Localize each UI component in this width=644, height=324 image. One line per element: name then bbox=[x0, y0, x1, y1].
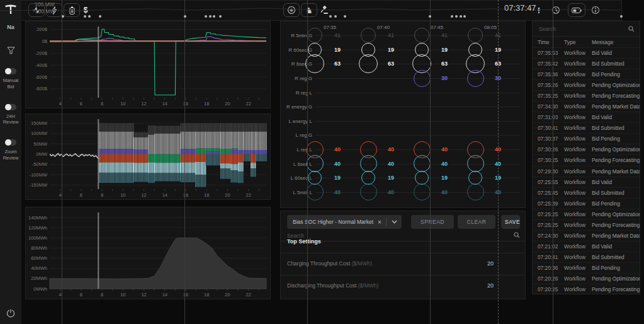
timeline-event-dot[interactable] bbox=[205, 15, 207, 18]
zoom-review-switch[interactable] bbox=[5, 139, 16, 146]
bid-cell-value: 40 bbox=[441, 189, 448, 195]
spread-button[interactable]: SPREAD bbox=[411, 215, 454, 229]
timeline-event-dot[interactable] bbox=[184, 15, 186, 18]
bid-matrix-row: L energy L bbox=[281, 114, 525, 129]
bid-cell-circle[interactable] bbox=[307, 28, 322, 43]
bid-cell-value: 63 bbox=[388, 61, 394, 67]
bid-cell-circle[interactable] bbox=[414, 28, 429, 43]
timeline-event-dot[interactable] bbox=[451, 15, 453, 18]
toggle-zoom-review[interactable]: Zoom Review bbox=[1, 139, 21, 161]
timeline-event-dot[interactable] bbox=[329, 15, 332, 18]
setting-label: Discharging Throughput Cost ($/MWh) bbox=[287, 282, 378, 289]
switch-knob bbox=[5, 139, 11, 146]
timeline-event-dot[interactable] bbox=[344, 15, 346, 18]
power-icon[interactable] bbox=[6, 309, 15, 318]
timeline-y-min: -100 MW bbox=[33, 8, 55, 14]
bid-cell-circle[interactable] bbox=[468, 171, 482, 185]
svg-text:150MW: 150MW bbox=[31, 120, 48, 126]
bid-cell-circle[interactable] bbox=[360, 183, 377, 200]
timeline-event-dot[interactable] bbox=[84, 15, 86, 18]
bid-cell: 40 bbox=[419, 156, 473, 171]
timeline-event-dot[interactable] bbox=[213, 15, 215, 18]
bid-cell-circle[interactable] bbox=[414, 70, 431, 87]
timeline-event-dot[interactable] bbox=[455, 15, 458, 18]
bid-cell: 19 bbox=[473, 43, 526, 57]
bid-cell-circle[interactable] bbox=[414, 155, 431, 172]
timeline-tick bbox=[553, 0, 553, 324]
bid-cell-circle[interactable] bbox=[361, 28, 376, 43]
log-row: 07:20:26WorkflowPending Optimization bbox=[533, 273, 640, 284]
svg-text:12: 12 bbox=[141, 101, 146, 107]
svg-text:6: 6 bbox=[80, 101, 82, 107]
toggle-manual-bid[interactable]: Manual Bid bbox=[1, 68, 21, 90]
bid-cell-circle[interactable] bbox=[307, 155, 324, 172]
bid-cell-circle[interactable] bbox=[467, 183, 484, 200]
chevron-down-icon[interactable] bbox=[387, 220, 402, 224]
current-time: 07:37:47 bbox=[504, 3, 536, 13]
preset-dropdown[interactable]: Bias SOC Higher - Normal Market × bbox=[287, 215, 402, 229]
timeline-event-dot[interactable] bbox=[62, 15, 64, 18]
log-row: 07:35:42WorkflowBid Submitted bbox=[533, 58, 640, 69]
svg-text:0MWh: 0MWh bbox=[33, 286, 47, 292]
bid-cell: 40 bbox=[366, 142, 419, 157]
timeline-event-dot[interactable] bbox=[460, 15, 462, 18]
svg-text:20: 20 bbox=[225, 192, 230, 198]
setting-row-discharging[interactable]: Discharging Throughput Cost ($/MWh) 20 bbox=[281, 275, 525, 296]
bid-matrix: 07:3507:4007:4508:05 R 5min G41414141R 6… bbox=[280, 21, 526, 208]
search-icon bbox=[628, 26, 635, 32]
bid-cell-value: 40 bbox=[388, 161, 394, 167]
toggle-24h-review[interactable]: 24H Review bbox=[1, 104, 21, 126]
bid-cell: 40 bbox=[473, 156, 526, 171]
timeline-event-dot[interactable] bbox=[463, 15, 466, 18]
timeline-event-dot[interactable] bbox=[219, 15, 222, 18]
bid-cell-circle[interactable] bbox=[307, 183, 324, 200]
svg-text:14: 14 bbox=[162, 292, 167, 298]
clear-button[interactable]: CLEAR bbox=[458, 215, 495, 229]
bid-cell bbox=[473, 85, 526, 100]
svg-text:100MWh: 100MWh bbox=[28, 235, 47, 241]
bid-cell-circle[interactable] bbox=[308, 171, 322, 185]
bid-cell: 19 bbox=[419, 43, 473, 57]
preset-clear-icon[interactable]: × bbox=[373, 219, 386, 226]
log-row: 07:20:41WorkflowBid Submitted bbox=[533, 252, 640, 262]
24h-review-switch[interactable] bbox=[5, 104, 16, 110]
timeline-event-dot[interactable] bbox=[620, 15, 623, 18]
bid-cell-circle[interactable] bbox=[361, 171, 375, 185]
timeline-tick bbox=[62, 0, 62, 324]
setting-value[interactable]: 20 bbox=[487, 260, 494, 267]
timeline-event-dot[interactable] bbox=[429, 15, 431, 18]
timeline-event-dot[interactable] bbox=[88, 15, 91, 18]
bid-cell-circle[interactable] bbox=[360, 155, 377, 172]
setting-value[interactable]: 20 bbox=[487, 282, 494, 289]
timeline-event-dot[interactable] bbox=[209, 15, 212, 18]
log-search-input[interactable] bbox=[533, 21, 640, 36]
bid-cell-circle[interactable] bbox=[467, 155, 484, 172]
bid-cell-circle[interactable] bbox=[414, 183, 431, 200]
manual-bid-switch[interactable] bbox=[5, 68, 16, 74]
log-row: 07:35:53WorkflowBid Valid bbox=[533, 47, 640, 58]
save-button[interactable]: SAVE bbox=[501, 215, 520, 229]
bid-cell: 19 bbox=[312, 171, 366, 185]
timeline-event-dot[interactable] bbox=[334, 15, 337, 18]
log-row: 07:25:25WorkflowPending Forecasting bbox=[533, 219, 640, 230]
svg-text:0MW: 0MW bbox=[37, 151, 48, 157]
log-row: 07:25:39WorkflowBid Pending bbox=[533, 198, 640, 209]
bid-cell-circle[interactable] bbox=[415, 171, 429, 185]
setting-label: Charging Throughput Cost ($/MWh) bbox=[287, 260, 372, 267]
bid-cell: 19 bbox=[419, 171, 473, 185]
filter-funnel-icon[interactable] bbox=[7, 47, 15, 54]
svg-text:18: 18 bbox=[204, 101, 209, 107]
bid-cell bbox=[419, 128, 473, 142]
timeline-scrubber[interactable]: 100 MW -100 MW 07:37:47 bbox=[0, 0, 622, 21]
log-row: 07:30:37WorkflowBid Pending bbox=[533, 133, 640, 144]
log-search[interactable] bbox=[533, 21, 640, 37]
bid-cell: 19 bbox=[366, 43, 419, 57]
bid-cell: 30 bbox=[473, 71, 526, 86]
bid-cell-value: 19 bbox=[334, 175, 341, 181]
setting-row-charging[interactable]: Charging Throughput Cost ($/MWh) 20 bbox=[281, 253, 525, 274]
bid-cell-circle[interactable] bbox=[467, 70, 484, 87]
bid-cell-circle[interactable] bbox=[468, 28, 483, 43]
timeline-event-dot[interactable] bbox=[99, 15, 101, 18]
svg-text:50MW: 50MW bbox=[33, 141, 48, 147]
bid-cell-value: 19 bbox=[388, 47, 394, 53]
